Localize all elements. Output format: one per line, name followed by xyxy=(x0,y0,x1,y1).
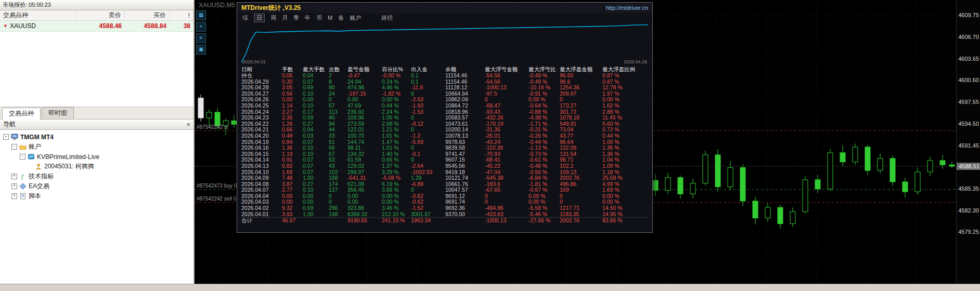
market-watch-titlebar[interactable]: 市场报价: 05:00:23 xyxy=(0,0,194,10)
tree-expander[interactable]: - xyxy=(11,144,17,150)
stats-menu-item[interactable]: 周 xyxy=(270,14,276,22)
sidebar-item-fx[interactable]: +f技术指标 xyxy=(0,171,194,181)
candle xyxy=(678,176,683,199)
candles-icon[interactable]: ▦ xyxy=(196,10,206,20)
sidebar-item-terminal[interactable]: -TMGM MT4 xyxy=(0,132,194,142)
stats-menu-item[interactable]: 综 xyxy=(242,14,248,22)
stats-cell: -0.1 xyxy=(411,151,445,157)
stats-cell: 0.44 % xyxy=(602,133,648,139)
sidebar-item-folder[interactable]: -账户 xyxy=(0,142,194,152)
tree-expander[interactable]: + xyxy=(11,174,17,179)
mtdriver-stats-window[interactable]: MTDriver统计 ,V3.25 http://mtdriver.cn 综日周… xyxy=(237,2,653,233)
chart-symbol-label: XAUUSD,M5 xyxy=(199,2,235,9)
stats-menu-item[interactable]: 备 xyxy=(338,14,344,22)
tree-expander[interactable]: - xyxy=(20,154,25,160)
stats-cell: 1.37 % xyxy=(382,163,411,169)
stats-menu-item[interactable]: 币 xyxy=(316,14,322,22)
stats-cell: -433.63 xyxy=(485,211,528,218)
stats-cell: -5.46 % xyxy=(528,211,560,218)
stats-menu-item-path[interactable]: 路径 xyxy=(381,14,393,22)
stats-cell: 1183.35 xyxy=(560,211,602,218)
stats-cell: 0.44 % xyxy=(382,103,411,109)
mtdriver-url-link[interactable]: http://mtdriver.cn xyxy=(606,5,648,11)
stats-cell: 323.88 xyxy=(347,205,382,211)
candle xyxy=(815,175,820,193)
stats-column-header: 盈亏金额 xyxy=(347,65,382,73)
order-line-label[interactable]: #87542242 sl xyxy=(197,124,228,130)
candle xyxy=(949,162,955,168)
stats-cell: 11154.46 xyxy=(445,73,485,79)
stats-cell: -5.58 % xyxy=(528,205,560,211)
tree-item-label: 技术指标 xyxy=(29,172,54,181)
stats-cell: 2.35 xyxy=(282,115,303,121)
tree-expander[interactable]: + xyxy=(11,193,17,199)
candle xyxy=(940,155,945,169)
stats-column-header: 出入金 xyxy=(411,65,445,73)
stats-menu-item[interactable]: 账户 xyxy=(350,14,361,22)
stats-cell: -6.89 xyxy=(411,181,445,188)
stats-cell: -27.66 % xyxy=(528,218,560,224)
folder-icon xyxy=(19,143,27,150)
add-icon[interactable]: ▣ xyxy=(196,45,206,55)
stats-cell: -11.8 xyxy=(411,85,445,91)
market-watch-row[interactable]: ▼XAUUSD4588.464588.8438 xyxy=(0,21,194,32)
stats-menu-item[interactable]: 年 xyxy=(305,14,311,22)
stats-cell: 1.01 % xyxy=(382,133,411,139)
user-icon xyxy=(35,163,42,170)
candle xyxy=(665,173,670,194)
market-watch-rows: ▼XAUUSD4588.464588.8438 xyxy=(0,21,194,32)
stats-cell: 0.69 xyxy=(303,205,329,211)
tab-tick-chart[interactable]: 即时图 xyxy=(42,107,74,119)
price-axis-label: 4606.70 xyxy=(958,34,979,40)
stats-menu-item[interactable]: M xyxy=(328,15,332,21)
sidebar-item-ea[interactable]: +EA交易 xyxy=(0,181,194,191)
stats-column-header: 余额 xyxy=(445,65,485,73)
stats-cell: 1.00 xyxy=(303,211,329,218)
stats-cell: 2026.04.01 xyxy=(241,211,282,218)
sidebar-item-script[interactable]: +脚本 xyxy=(0,191,194,201)
price-axis[interactable]: 4609.754606.704603.654600.604597.554594.… xyxy=(956,0,980,284)
crosshair-icon[interactable]: + xyxy=(196,22,206,32)
stats-cell: 43.77 xyxy=(560,133,602,139)
stats-cell: 102.2 xyxy=(560,163,602,169)
list-icon[interactable]: ≡ xyxy=(196,33,206,43)
stats-cell: 173.27 xyxy=(560,103,602,109)
stats-menu-bar: 综日周月季年币M备账户路径 xyxy=(237,13,652,22)
tree-item-label: 账户 xyxy=(29,142,41,151)
stats-row: 2026.04.161.360.106698.111.01 %09839.58-… xyxy=(241,145,648,151)
sidebar-item-user[interactable]: 20045031: 柯腾腾 xyxy=(0,162,194,171)
sell-price: 4588.46 xyxy=(76,22,125,30)
stats-cell: 2026.04.23 xyxy=(241,115,282,121)
stats-cell: 66 xyxy=(329,145,347,151)
stats-cell: -1.53 xyxy=(411,109,445,115)
navigator-titlebar[interactable]: 导航 × xyxy=(0,120,194,130)
stats-cell: 2026.04.16 xyxy=(241,145,282,151)
stats-cell: 持仓 xyxy=(241,73,282,79)
navigator-close-icon[interactable]: × xyxy=(186,121,190,128)
stats-cell: 100.70 xyxy=(347,133,382,139)
stats-cell: 296 xyxy=(329,205,347,211)
tree-expander[interactable]: - xyxy=(3,134,9,140)
stats-cell: 0.1 xyxy=(411,73,445,79)
fx-icon: f xyxy=(19,173,27,180)
stats-column-header: 最大浮亏比 xyxy=(528,65,560,73)
stats-menu-item[interactable]: 季 xyxy=(293,14,299,22)
sidebar-item-server[interactable]: -KVBPrimeLimited-Live xyxy=(0,152,194,162)
stats-column-header: 次数 xyxy=(329,65,347,73)
stats-cell: 0 xyxy=(485,193,528,200)
stats-cell: 148 xyxy=(329,211,347,218)
script-icon xyxy=(19,193,27,200)
tree-expander[interactable]: + xyxy=(11,183,17,189)
stats-cell: 132.09 xyxy=(560,145,602,151)
tab-symbols[interactable]: 交易品种 xyxy=(2,108,41,120)
symbol-cell: ▼XAUUSD xyxy=(0,22,76,30)
stats-menu-item[interactable]: 日 xyxy=(254,14,265,22)
stats-cell: 10864.72 xyxy=(445,103,485,109)
stats-column-header: 百分比% xyxy=(382,65,411,73)
stats-cell: 3.46 % xyxy=(382,205,411,211)
stats-titlebar[interactable]: MTDriver统计 ,V3.25 http://mtdriver.cn xyxy=(237,3,652,13)
stats-cell: -26.01 xyxy=(485,133,528,139)
stats-menu-item[interactable]: 月 xyxy=(282,14,288,22)
stats-cell: 1.36 xyxy=(282,145,303,151)
stats-cell: 47.69 xyxy=(347,103,382,109)
